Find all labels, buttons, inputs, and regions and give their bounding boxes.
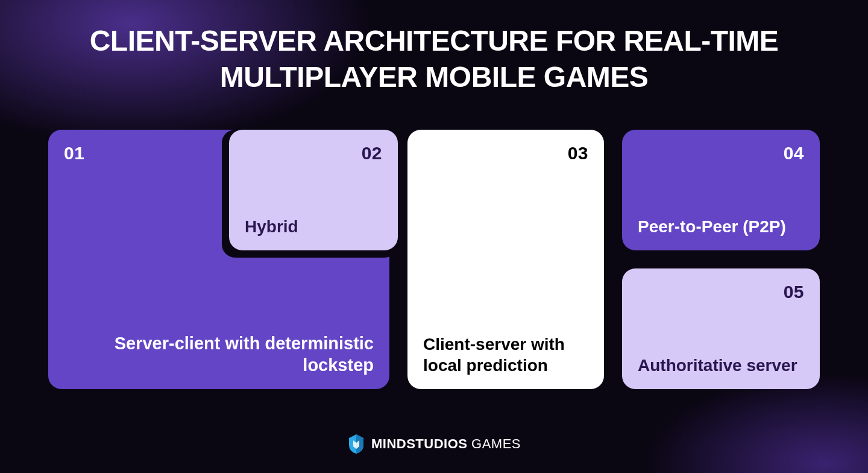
card-number: 04 (638, 143, 804, 163)
card-label: Server-client with deterministic lockste… (64, 332, 374, 376)
card-number: 05 (638, 282, 804, 302)
card-label: Client-server with local prediction (423, 334, 588, 376)
shield-logo-icon (347, 433, 365, 455)
brand-suffix: GAMES (471, 436, 521, 451)
footer-brand: MINDSTUDIOS GAMES (0, 433, 868, 455)
card-label: Hybrid (245, 216, 382, 237)
card-05-authoritative-server: 05 Authoritative server (622, 268, 820, 389)
card-03-client-server-prediction: 03 Client-server with local prediction (407, 130, 604, 389)
brand-name: MINDSTUDIOS (371, 436, 468, 451)
card-number: 02 (245, 143, 382, 163)
page-title: CLIENT-SERVER ARCHITECTURE FOR REAL-TIME… (0, 0, 868, 95)
card-number: 03 (423, 143, 588, 163)
card-02-hybrid: 02 Hybrid (229, 130, 398, 250)
card-label: Authoritative server (638, 355, 804, 376)
cards-grid: 01 Server-client with deterministic lock… (48, 130, 820, 389)
card-label: Peer-to-Peer (P2P) (638, 216, 804, 237)
brand-text: MINDSTUDIOS GAMES (371, 436, 521, 452)
card-04-peer-to-peer: 04 Peer-to-Peer (P2P) (622, 130, 820, 250)
